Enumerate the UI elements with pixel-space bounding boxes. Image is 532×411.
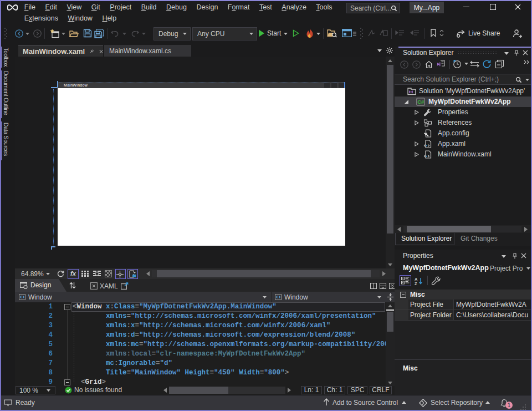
- svg-text:Z: Z: [415, 281, 417, 286]
- svg-text:C#: C#: [417, 99, 424, 105]
